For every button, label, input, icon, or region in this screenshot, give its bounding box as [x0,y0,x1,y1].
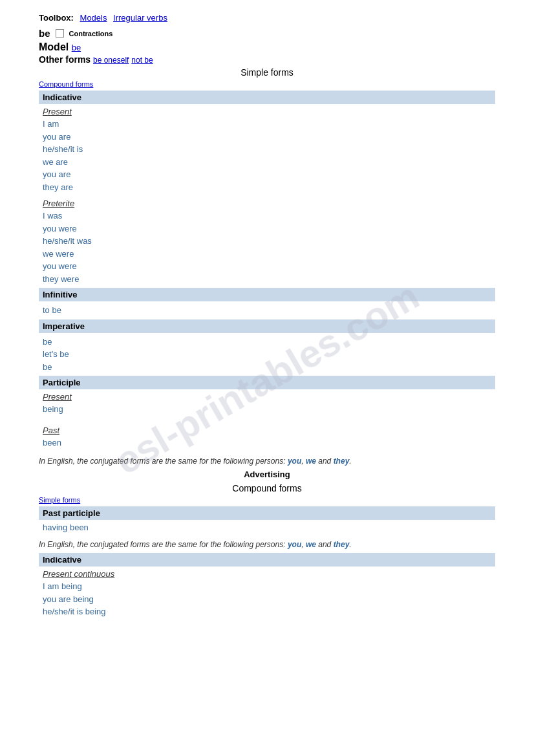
past-participle-cell: having been [39,520,495,535]
participle-row: Present being Past been [39,389,495,451]
indicative-compound-section-row: Indicative [39,553,495,567]
past-participle-row: having been [39,520,495,535]
imperative-cell: be let's be be [39,333,495,376]
preterite-form-5: they were [43,273,491,286]
infinitive-section-row: Infinitive [39,288,495,301]
participle-section-row: Participle [39,376,495,389]
toolbox-bar: Toolbox: Models Irregular verbs [39,13,495,23]
preterite-label: Preterite [43,199,491,208]
indicative-compound-table: Indicative Present continuous I am being… [39,553,495,621]
irregular-verbs-link[interactable]: Irregular verbs [113,13,167,23]
compound-forms-link-top[interactable]: Compound forms [39,79,495,91]
present-continuous-form-2: he/she/it is being [43,605,491,618]
indicative-header: Indicative [39,91,495,104]
infinitive-cell: to be [39,301,495,319]
preterite-form-2: he/she/it was [43,235,491,248]
conjugation-table: Indicative Present I am you are he/she/i… [39,91,495,451]
participle-past-form: been [43,437,491,449]
note2: In English, the conjugated forms are the… [39,540,495,549]
imperative-form-1: let's be [43,348,491,361]
note2-they[interactable]: they [334,540,350,549]
present-form-0: I am [43,118,491,131]
compound-forms-header: Compound forms [39,483,495,493]
note1-they[interactable]: they [334,457,350,466]
other-forms-line: Other forms be oneself not be [39,54,495,65]
indicative-compound-header: Indicative [39,553,495,567]
imperative-section-row: Imperative [39,319,495,333]
imperative-row: be let's be be [39,333,495,376]
imperative-form-0: be [43,336,491,349]
note1: In English, the conjugated forms are the… [39,457,495,466]
infinitive-row: to be [39,301,495,319]
verb-header-line: be Contractions [39,28,495,39]
simple-forms-link-bottom[interactable]: Simple forms [39,495,495,506]
note1-you[interactable]: you [288,457,301,466]
simple-forms-header: Simple forms [39,67,495,78]
preterite-row: Preterite I was you were he/she/it was w… [39,196,495,288]
imperative-form-2: be [43,361,491,374]
participle-past-label: Past [43,426,491,435]
infinitive-form: to be [43,304,491,317]
present-continuous-cell: Present continuous I am being you are be… [39,567,495,621]
present-cell: Present I am you are he/she/it is we are… [39,104,495,196]
contractions-checkbox[interactable] [56,29,64,38]
indicative-section-row: Indicative [39,91,495,104]
other-forms-not-be[interactable]: not be [131,56,153,65]
preterite-form-4: you were [43,260,491,273]
present-continuous-form-0: I am being [43,580,491,593]
note1-we[interactable]: we [306,457,316,466]
other-forms-be-oneself[interactable]: be oneself [93,56,129,65]
contractions-label: Contractions [69,30,113,38]
model-label: Model [39,41,69,52]
verb-be-label: be [39,28,50,39]
preterite-cell: Preterite I was you were he/she/it was w… [39,196,495,288]
participle-header: Participle [39,376,495,389]
present-label: Present [43,107,491,116]
compound-table: Past participle having been [39,506,495,535]
preterite-form-0: I was [43,210,491,222]
toolbox-label: Toolbox: [39,13,74,23]
present-form-1: you are [43,131,491,144]
models-link[interactable]: Models [80,13,107,23]
present-continuous-label: Present continuous [43,569,491,579]
present-form-3: we are [43,156,491,169]
present-form-5: they are [43,181,491,194]
participle-present-form: being [43,403,491,416]
participle-present-label: Present [43,392,491,402]
present-continuous-row: Present continuous I am being you are be… [39,567,495,621]
model-link[interactable]: be [72,43,81,52]
other-forms-label: Other forms [39,54,91,65]
present-form-2: he/she/it is [43,143,491,156]
participle-cell: Present being Past been [39,389,495,451]
note2-we[interactable]: we [306,540,316,549]
model-line: Model be [39,41,495,53]
past-participle-section-row: Past participle [39,506,495,520]
preterite-form-3: we were [43,248,491,261]
past-participle-form: having been [43,523,89,532]
present-form-4: you are [43,168,491,181]
present-row: Present I am you are he/she/it is we are… [39,104,495,196]
note2-you[interactable]: you [288,540,301,549]
infinitive-header: Infinitive [39,288,495,301]
imperative-header: Imperative [39,319,495,333]
present-continuous-form-1: you are being [43,593,491,606]
advertising-label: Advertising [39,470,495,479]
preterite-form-1: you were [43,222,491,235]
past-participle-header: Past participle [39,506,495,520]
